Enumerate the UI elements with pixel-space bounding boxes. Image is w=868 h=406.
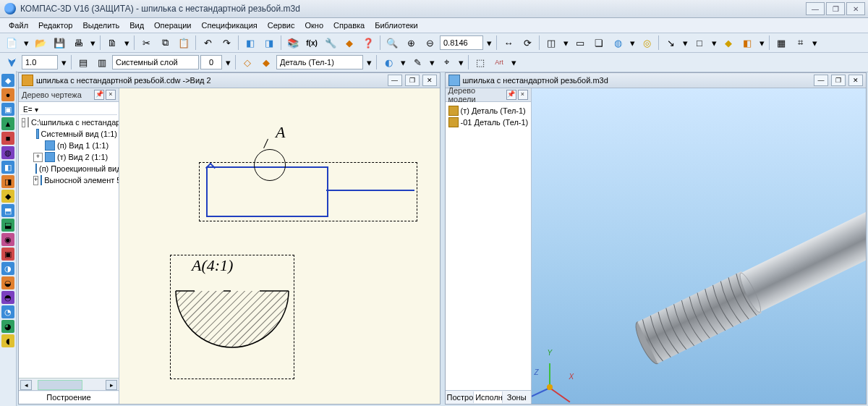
tool-e-icon[interactable]: ❓ [359, 34, 377, 51]
tool-a-icon[interactable]: ◧ [242, 34, 259, 51]
view-iso-icon[interactable]: ◫ [542, 34, 560, 51]
ltool-2-icon[interactable]: ● [1, 88, 14, 101]
tree-node[interactable]: (т) Деталь (Тел-1) [447, 105, 529, 117]
view-cube-icon[interactable]: ❏ [590, 34, 608, 51]
zoom-in-icon[interactable]: ⊕ [402, 34, 420, 51]
model-tab-exec[interactable]: Исполне… [474, 392, 503, 403]
style-a-icon[interactable]: ◐ [380, 54, 397, 71]
style-b-dropdown[interactable]: ▾ [427, 54, 436, 71]
view-shade-dropdown[interactable]: ▾ [628, 34, 637, 51]
model-tree-close[interactable]: × [518, 90, 528, 100]
extra-a-icon[interactable]: ⬚ [472, 54, 489, 71]
layer-b-icon[interactable]: ▥ [93, 54, 111, 71]
view-shade-icon[interactable]: ◍ [609, 34, 626, 51]
snap-b-dropdown[interactable]: ▾ [710, 34, 718, 51]
ltool-1-icon[interactable]: ◆ [1, 74, 14, 87]
ltool-17-icon[interactable]: ◔ [1, 305, 14, 318]
redo-icon[interactable]: ↷ [218, 34, 235, 51]
part-b-icon[interactable]: ◆ [258, 54, 275, 71]
pane-model-minimize[interactable]: — [814, 75, 828, 86]
new-icon[interactable]: 📄 [3, 34, 20, 51]
coord-icon[interactable]: ⮟ [3, 54, 20, 71]
scale-input[interactable] [22, 55, 58, 69]
ltool-5-icon[interactable]: ■ [1, 132, 14, 145]
tool-c-icon[interactable]: 🔧 [322, 34, 339, 51]
ltool-3-icon[interactable]: ▣ [1, 103, 14, 116]
extra-b-icon[interactable]: Art [490, 54, 508, 71]
ltool-9-icon[interactable]: ◆ [1, 190, 14, 203]
scale-dropdown[interactable]: ▾ [59, 54, 68, 71]
drawing-tree[interactable]: E= ▾ -C:\шпилька с нестандартноСистемный… [19, 102, 119, 378]
model-tab-zones[interactable]: Зоны [503, 392, 531, 403]
snap-c-icon[interactable]: ◆ [720, 34, 737, 51]
model-tree-pin[interactable]: 📌 [506, 90, 516, 100]
drawing-tree-close[interactable]: × [106, 90, 116, 100]
pane-drawing-close[interactable]: ✕ [422, 75, 437, 86]
layer-name-input[interactable] [112, 55, 199, 69]
menu-help[interactable]: Справка [329, 20, 369, 31]
snap-d-dropdown[interactable]: ▾ [757, 34, 766, 51]
snap-d-icon[interactable]: ◧ [739, 34, 756, 51]
pane-model-restore[interactable]: ❐ [831, 75, 846, 86]
extra-dropdown[interactable]: ▾ [509, 54, 518, 71]
part-name-input[interactable] [276, 55, 363, 69]
open-icon[interactable]: 📂 [32, 34, 49, 51]
layer-a-icon[interactable]: ▤ [75, 54, 92, 71]
ltool-4-icon[interactable]: ▲ [1, 117, 14, 130]
layer-dropdown[interactable]: ▾ [224, 54, 232, 71]
tree-node[interactable]: Системный вид (1:1) [20, 128, 117, 140]
ltool-14-icon[interactable]: ◑ [1, 262, 14, 275]
tool-d-icon[interactable]: ◆ [341, 34, 358, 51]
orientation-triad[interactable]: Y X Z [539, 350, 582, 394]
menu-service[interactable]: Сервис [263, 20, 299, 31]
snap-a-icon[interactable]: ↘ [662, 34, 679, 51]
pane-drawing-minimize[interactable]: — [388, 75, 402, 86]
preview-dropdown[interactable]: ▾ [122, 34, 131, 51]
drawing-tree-hscroll[interactable]: ◂▸ [19, 378, 119, 390]
style-a-dropdown[interactable]: ▾ [399, 54, 407, 71]
pan-icon[interactable]: ↔ [500, 34, 517, 51]
menu-libs[interactable]: Библиотеки [370, 20, 422, 31]
ltool-16-icon[interactable]: ◓ [1, 291, 14, 304]
grid-icon[interactable]: ▦ [773, 34, 790, 51]
tree-node[interactable]: +Выносной элемент 5 (4: [20, 174, 117, 186]
copy-icon[interactable]: ⧉ [156, 34, 174, 51]
part-dropdown[interactable]: ▾ [365, 54, 373, 71]
undo-icon[interactable]: ↶ [199, 34, 216, 51]
part-a-icon[interactable]: ◇ [239, 54, 256, 71]
preview-icon[interactable]: 🗎 [103, 34, 121, 51]
drawing-tree-tab-build[interactable]: Построение [19, 392, 119, 403]
menu-operations[interactable]: Операции [150, 20, 195, 31]
model-canvas[interactable]: Y X Z [532, 88, 867, 404]
print-dropdown[interactable]: ▾ [88, 34, 97, 51]
ltool-12-icon[interactable]: ◉ [1, 233, 14, 246]
tree-node[interactable]: (п) Вид 1 (1:1) [20, 140, 117, 151]
style-c-dropdown[interactable]: ▾ [456, 54, 465, 71]
tree-node[interactable]: -01 Деталь (Тел-1) [447, 117, 529, 128]
zoom-dropdown[interactable]: ▾ [485, 34, 493, 51]
print-icon[interactable]: 🖶 [69, 34, 87, 51]
ltool-8-icon[interactable]: ◨ [1, 175, 14, 188]
view-iso-dropdown[interactable]: ▾ [561, 34, 570, 51]
ltool-11-icon[interactable]: ⬓ [1, 219, 14, 232]
ltool-13-icon[interactable]: ▣ [1, 248, 14, 261]
menu-view[interactable]: Вид [125, 20, 148, 31]
library-icon[interactable]: 📚 [284, 34, 302, 51]
constraints-dropdown[interactable]: ▾ [810, 34, 819, 51]
pane-drawing-restore[interactable]: ❐ [405, 75, 420, 86]
save-icon[interactable]: 💾 [51, 34, 68, 51]
menu-edit[interactable]: Редактор [34, 20, 77, 31]
ltool-19-icon[interactable]: ◖ [1, 334, 14, 347]
drawing-tree-pin[interactable]: 📌 [94, 90, 104, 100]
paste-icon[interactable]: 📋 [175, 34, 192, 51]
ltool-15-icon[interactable]: ◒ [1, 276, 14, 289]
constraints-icon[interactable]: ⌗ [791, 34, 809, 51]
tree-node[interactable]: +(т) Вид 2 (1:1) [20, 151, 117, 163]
fx-icon[interactable]: f(x) [303, 34, 320, 51]
tree-mode-btn[interactable]: E= [23, 106, 33, 114]
style-c-icon[interactable]: ⌖ [438, 54, 455, 71]
cut-icon[interactable]: ✂ [137, 34, 155, 51]
window-close-button[interactable]: ✕ [846, 2, 865, 15]
ltool-6-icon[interactable]: ◍ [1, 146, 14, 159]
style-b-icon[interactable]: ✎ [409, 54, 426, 71]
